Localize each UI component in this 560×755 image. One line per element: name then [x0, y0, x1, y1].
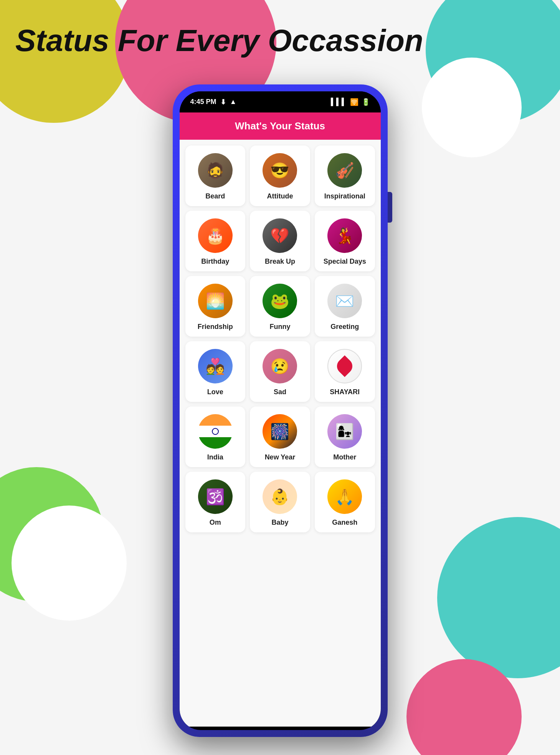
funny-circle: 🐸 — [263, 284, 297, 318]
beard-circle: 🧔 — [198, 153, 233, 188]
india-label: India — [207, 453, 223, 461]
attitude-circle: 😎 — [263, 153, 297, 188]
grid-item-funny[interactable]: 🐸 Funny — [250, 276, 310, 337]
mother-icon: 👩‍👧 — [335, 423, 354, 441]
bg-circle-yellow — [0, 0, 131, 123]
greeting-icon: ✉️ — [335, 292, 354, 310]
shayari-label: SHAYARI — [330, 388, 360, 396]
phone-outer: 4:45 PM ⬇ ▲ ▍▍▍ 🛜 🔋 What's Your Status — [173, 84, 388, 737]
signal-icon: ▍▍▍ — [331, 98, 347, 106]
grid-item-om[interactable]: 🕉️ Om — [185, 472, 246, 532]
funny-icon: 🐸 — [270, 292, 289, 310]
greeting-circle: ✉️ — [327, 284, 362, 318]
om-icon: 🕉️ — [206, 488, 225, 506]
phone-container: 4:45 PM ⬇ ▲ ▍▍▍ 🛜 🔋 What's Your Status — [173, 84, 388, 737]
sad-icon: 😢 — [270, 357, 289, 375]
birthday-circle: 🎂 — [198, 218, 233, 253]
sad-label: Sad — [274, 388, 286, 396]
attitude-icon: 😎 — [270, 162, 289, 180]
grid-item-attitude[interactable]: 😎 Attitude — [250, 145, 310, 206]
category-grid: 🧔 Beard 😎 Attitude 🎻 Inspirational 🎂 — [185, 145, 375, 532]
mother-circle: 👩‍👧 — [327, 414, 362, 449]
grid-item-greeting[interactable]: ✉️ Greeting — [315, 276, 375, 337]
india-flag — [198, 414, 233, 449]
page-title: Status For Every Occassion — [15, 23, 423, 58]
app-header-title: What's Your Status — [187, 120, 373, 132]
ganesh-circle: 🙏 — [327, 479, 362, 514]
mother-label: Mother — [333, 453, 356, 461]
time-display: 4:45 PM — [190, 98, 216, 106]
attitude-label: Attitude — [267, 192, 293, 200]
greeting-label: Greeting — [330, 323, 359, 331]
bg-circle-white1 — [12, 506, 127, 621]
grid-item-shayari[interactable]: SHAYARI — [315, 341, 375, 402]
grid-item-inspirational[interactable]: 🎻 Inspirational — [315, 145, 375, 206]
grid-item-mother[interactable]: 👩‍👧 Mother — [315, 406, 375, 467]
sad-circle: 😢 — [263, 349, 297, 383]
inspirational-icon: 🎻 — [335, 162, 354, 180]
om-label: Om — [210, 519, 221, 527]
funny-label: Funny — [269, 323, 290, 331]
navigation-icon: ▲ — [230, 98, 237, 106]
grid-item-friendship[interactable]: 🌅 Friendship — [185, 276, 246, 337]
wifi-icon: 🛜 — [350, 98, 358, 106]
grid-item-baby[interactable]: 👶 Baby — [250, 472, 310, 532]
birthday-label: Birthday — [201, 258, 229, 266]
flag-orange — [198, 414, 233, 426]
birthday-icon: 🎂 — [206, 227, 225, 245]
grid-item-specialdays[interactable]: 💃 Special Days — [315, 211, 375, 271]
ganesh-label: Ganesh — [332, 519, 357, 527]
baby-circle: 👶 — [263, 479, 297, 514]
bg-circle-teal-right — [437, 517, 560, 678]
love-label: Love — [207, 388, 223, 396]
breakup-icon: 💔 — [270, 227, 289, 245]
flag-white — [198, 426, 233, 437]
newyear-icon: 🎆 — [270, 423, 289, 441]
inspirational-circle: 🎻 — [327, 153, 362, 188]
om-circle: 🕉️ — [198, 479, 233, 514]
specialdays-label: Special Days — [324, 258, 366, 266]
specialdays-circle: 💃 — [327, 218, 362, 253]
battery-icon: 🔋 — [362, 98, 370, 106]
grid-item-beard[interactable]: 🧔 Beard — [185, 145, 246, 206]
grid-item-newyear[interactable]: 🎆 New Year — [250, 406, 310, 467]
bg-circle-green-left — [0, 467, 104, 601]
grid-item-breakup[interactable]: 💔 Break Up — [250, 211, 310, 271]
specialdays-icon: 💃 — [335, 227, 354, 245]
grid-item-sad[interactable]: 😢 Sad — [250, 341, 310, 402]
beard-label: Beard — [205, 192, 225, 200]
ashoka-chakra — [212, 428, 219, 435]
bg-circle-pink-bottom — [406, 659, 522, 755]
inspirational-label: Inspirational — [324, 192, 365, 200]
phone-inner: 4:45 PM ⬇ ▲ ▍▍▍ 🛜 🔋 What's Your Status — [180, 91, 381, 730]
status-bar: 4:45 PM ⬇ ▲ ▍▍▍ 🛜 🔋 — [180, 91, 381, 112]
app-content[interactable]: 🧔 Beard 😎 Attitude 🎻 Inspirational 🎂 — [180, 140, 381, 727]
love-circle: 💑 — [198, 349, 233, 383]
grid-item-ganesh[interactable]: 🙏 Ganesh — [315, 472, 375, 532]
friendship-circle: 🌅 — [198, 284, 233, 318]
bg-circle-teal-top — [426, 0, 560, 123]
download-icon: ⬇ — [220, 98, 226, 106]
shayari-leaf-icon — [334, 355, 356, 377]
ganesh-icon: 🙏 — [335, 488, 354, 506]
grid-item-india[interactable]: India — [185, 406, 246, 467]
grid-item-birthday[interactable]: 🎂 Birthday — [185, 211, 246, 271]
flag-green — [198, 437, 233, 449]
bg-circle-white2 — [422, 58, 522, 157]
newyear-label: New Year — [265, 453, 296, 461]
friendship-icon: 🌅 — [206, 292, 225, 310]
grid-item-love[interactable]: 💑 Love — [185, 341, 246, 402]
status-left: 4:45 PM ⬇ ▲ — [190, 98, 237, 106]
friendship-label: Friendship — [198, 323, 233, 331]
breakup-label: Break Up — [265, 258, 295, 266]
breakup-circle: 💔 — [263, 218, 297, 253]
love-icon: 💑 — [206, 357, 225, 375]
status-right: ▍▍▍ 🛜 🔋 — [331, 98, 370, 106]
baby-label: Baby — [271, 519, 288, 527]
app-header: What's Your Status — [180, 112, 381, 140]
newyear-circle: 🎆 — [263, 414, 297, 449]
shayari-circle — [327, 349, 362, 383]
beard-icon: 🧔 — [206, 162, 225, 180]
baby-icon: 👶 — [270, 488, 289, 506]
